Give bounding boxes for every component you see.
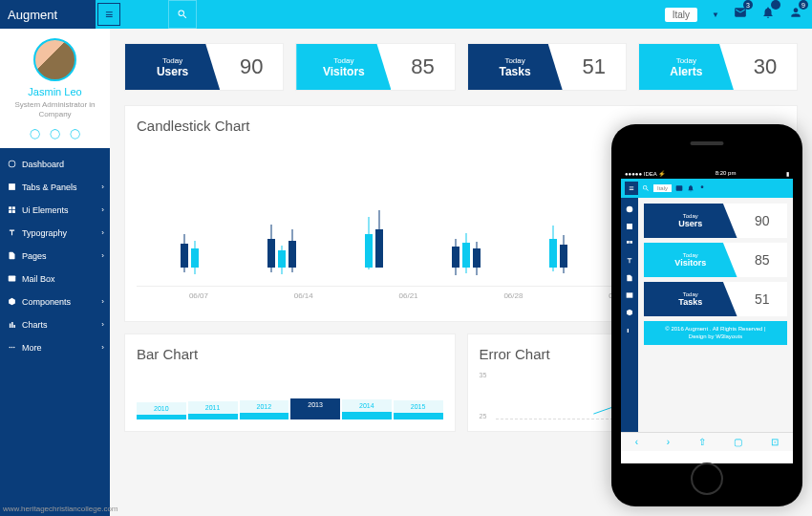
phone-topbar: ≡ Italy <box>621 179 793 198</box>
pages-icon <box>8 251 16 260</box>
profile-icon-2[interactable]: ◯ <box>50 128 60 139</box>
font-icon[interactable] <box>626 257 633 265</box>
phone-footer: © 2016 Augment . All Rights Reserved |De… <box>644 321 787 345</box>
stat-value: 85 <box>391 44 454 90</box>
svg-point-2 <box>13 347 15 349</box>
pages-icon[interactable] <box>626 274 633 282</box>
nav-components[interactable]: Components› <box>0 290 110 313</box>
mail-badge: 3 <box>743 0 753 10</box>
search-icon[interactable] <box>642 184 650 192</box>
stat-value: 51 <box>563 44 626 90</box>
bar-chart-title: Bar Chart <box>137 346 443 362</box>
nav-mailbox[interactable]: Mail Box <box>0 268 110 290</box>
svg-rect-7 <box>627 292 633 297</box>
hamburger-icon: ≡ <box>629 183 633 193</box>
share-icon[interactable]: ⇧ <box>698 437 706 447</box>
profile-section: Jasmin Leo System Administrator in Compa… <box>0 29 110 148</box>
phone-main: TodayUsers90 TodayVisitors85 TodayTasks5… <box>638 198 793 432</box>
topbar-right: Italy ▼ 3 9 <box>665 6 802 23</box>
grid-icon <box>8 205 16 214</box>
chevron-right-icon: › <box>101 205 104 214</box>
nav-typography[interactable]: Typography› <box>0 222 110 245</box>
gauge-icon[interactable] <box>626 205 633 213</box>
profile-icon-3[interactable]: ◯ <box>70 128 80 139</box>
bar-chart[interactable]: 2010 2011 2012 2013 2014 2015 <box>137 372 443 419</box>
tabs-icon[interactable] <box>626 223 633 230</box>
stat-users[interactable]: TodayUsers90 <box>124 43 284 91</box>
bell-icon[interactable] <box>687 184 694 192</box>
phone-mockup: ●●●●● IDEA ⚡8:20 pm▮ ≡ Italy TodayUsers9… <box>611 124 802 506</box>
profile-icons: ◯ ◯ ◯ <box>5 128 105 139</box>
phone-stat-tasks[interactable]: TodayTasks51 <box>644 282 787 316</box>
phone-screen: ●●●●● IDEA ⚡8:20 pm▮ ≡ Italy TodayUsers9… <box>621 167 793 463</box>
forward-icon[interactable]: › <box>667 437 670 447</box>
svg-point-5 <box>627 206 633 213</box>
nav-tabs-panels[interactable]: Tabs & Panels› <box>0 176 110 199</box>
cube-icon[interactable] <box>626 309 633 316</box>
mail-icon[interactable] <box>675 184 683 192</box>
gauge-icon <box>8 160 16 168</box>
brand-logo[interactable]: Augment <box>0 0 96 29</box>
grid-icon[interactable] <box>626 240 633 247</box>
stats-row: TodayUsers90 TodayVisitors85 TodayTasks5… <box>124 43 798 91</box>
stat-value: 90 <box>220 44 283 90</box>
svg-rect-6 <box>627 224 632 229</box>
profile-icon-1[interactable]: ◯ <box>30 128 40 139</box>
chevron-right-icon: › <box>101 183 104 191</box>
bell-button[interactable] <box>761 6 775 23</box>
hamburger-icon: ≡ <box>105 7 113 22</box>
svg-point-0 <box>10 347 11 349</box>
nav-dashboard[interactable]: Dashboard <box>0 153 110 176</box>
phone-stat-visitors[interactable]: TodayVisitors85 <box>644 243 787 277</box>
tabs-icon[interactable]: ⊡ <box>771 437 779 447</box>
mail-icon <box>8 274 16 283</box>
phone-country[interactable]: Italy <box>653 184 672 192</box>
nav-charts[interactable]: Charts› <box>0 313 110 336</box>
country-selector[interactable]: Italy <box>665 8 697 22</box>
avatar[interactable] <box>33 38 76 81</box>
chart-icon[interactable] <box>626 326 633 333</box>
chevron-right-icon: › <box>101 297 104 306</box>
user-menu-button[interactable]: 9 <box>789 6 802 23</box>
phone-stat-users[interactable]: TodayUsers90 <box>644 204 787 238</box>
phone-menu-button[interactable]: ≡ <box>625 182 638 195</box>
cube-icon <box>8 297 16 306</box>
search-icon <box>177 9 188 20</box>
stat-tasks[interactable]: TodayTasks51 <box>467 43 627 91</box>
chart-icon <box>8 320 16 329</box>
tabs-icon <box>8 183 16 191</box>
back-icon[interactable]: ‹ <box>635 437 638 447</box>
nav-more[interactable]: More› <box>0 336 110 359</box>
nav-ui-elements[interactable]: Ui Elements› <box>0 199 110 222</box>
country-chevron-icon: ▼ <box>712 11 719 19</box>
bar-chart-card: Bar Chart 2010 2011 2012 2013 2014 2015 <box>124 333 456 432</box>
menu-toggle-button[interactable]: ≡ <box>97 3 120 26</box>
user-name: Jasmin Leo <box>5 86 105 97</box>
font-icon <box>8 228 16 237</box>
stat-visitors[interactable]: TodayVisitors85 <box>295 43 455 91</box>
mail-icon[interactable] <box>626 291 633 299</box>
phone-statusbar: ●●●●● IDEA ⚡8:20 pm▮ <box>621 167 793 179</box>
search-button[interactable] <box>168 0 197 29</box>
mail-button[interactable]: 3 <box>734 6 747 23</box>
sidebar: Jasmin Leo System Administrator in Compa… <box>0 29 110 516</box>
more-icon <box>8 343 16 352</box>
bell-badge <box>771 0 780 10</box>
phone-sidebar <box>621 198 638 432</box>
topbar: Augment ≡ Italy ▼ 3 9 <box>0 0 812 29</box>
chevron-right-icon: › <box>101 320 104 329</box>
chevron-right-icon: › <box>101 251 104 260</box>
stat-alerts[interactable]: TodayAlerts30 <box>638 43 798 91</box>
watermark: www.heritagechristiancollege.com <box>3 505 118 513</box>
user-role: System Administrator in Company <box>5 100 105 120</box>
bookmark-icon[interactable]: ▢ <box>734 437 742 447</box>
chevron-right-icon: › <box>101 343 104 352</box>
chevron-right-icon: › <box>101 228 104 237</box>
user-icon[interactable] <box>698 184 706 192</box>
nav-pages[interactable]: Pages› <box>0 245 110 268</box>
battery-icon: ▮ <box>786 170 789 177</box>
user-badge: 9 <box>799 0 808 10</box>
svg-point-1 <box>11 347 13 349</box>
phone-bottom-nav: ‹ › ⇧ ▢ ⊡ <box>621 432 793 451</box>
nav: Dashboard Tabs & Panels› Ui Elements› Ty… <box>0 148 110 359</box>
